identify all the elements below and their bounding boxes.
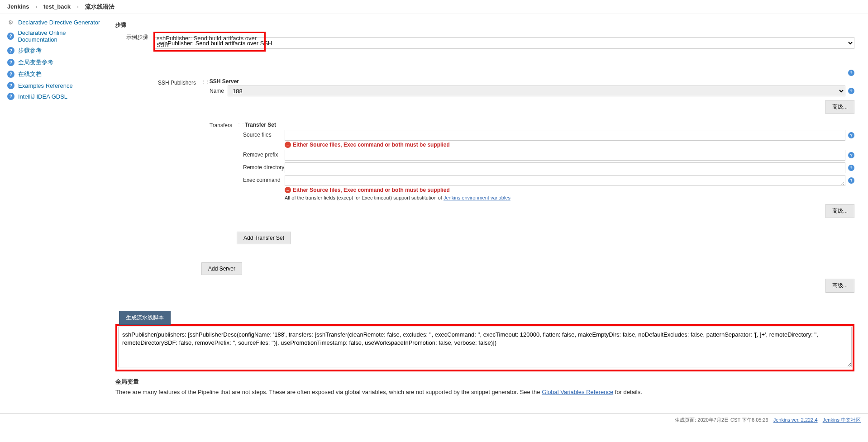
step-select-value-highlight: sshPublisher: Send build artifacts over …: [157, 35, 262, 48]
sidebar-item-label: IntelliJ IDEA GDSL: [18, 93, 67, 100]
sidebar-item-label: 步骤参考: [18, 47, 42, 55]
sidebar-item-label: Declarative Online Documentation: [18, 29, 104, 43]
ssh-name-select[interactable]: 188: [228, 86, 845, 96]
transfer-set-title: Transfer Set: [245, 122, 276, 128]
sidebar: ⚙ Declarative Directive Generator ? Decl…: [0, 14, 111, 413]
help-icon[interactable]: ?: [848, 88, 854, 94]
remove-prefix-input[interactable]: [285, 150, 845, 161]
help-icon: ?: [7, 82, 14, 89]
sidebar-item-examples[interactable]: ? Examples Reference: [0, 80, 111, 91]
help-icon[interactable]: ?: [848, 70, 854, 76]
gear-icon: ⚙: [7, 19, 14, 26]
help-icon: ?: [7, 47, 14, 54]
help-icon: ?: [7, 93, 14, 100]
sidebar-item-label: Declarative Directive Generator: [18, 19, 100, 26]
help-icon: ?: [7, 59, 14, 66]
remote-dir-label: Remote directory: [243, 162, 285, 171]
help-icon[interactable]: ?: [848, 132, 854, 138]
jenkins-community-link[interactable]: Jenkins 中文社区: [823, 417, 861, 423]
chevron-right-icon: ›: [77, 3, 79, 10]
source-files-label: Source files: [243, 130, 285, 138]
error-icon: −: [285, 142, 291, 148]
chevron-right-icon: ›: [35, 3, 37, 10]
generate-script-button[interactable]: 生成流水线脚本: [119, 311, 171, 325]
example-step-label: 示例步骤: [115, 32, 153, 41]
sidebar-item-label: Examples Reference: [18, 82, 73, 89]
sidebar-item-label: 在线文档: [18, 70, 42, 78]
sidebar-item-label: 全局变量参考: [18, 58, 53, 67]
breadcrumb-page[interactable]: 流水线语法: [85, 3, 114, 10]
generated-script-textarea[interactable]: [118, 327, 852, 367]
error-text: Either Source files, Exec command or bot…: [293, 187, 450, 193]
source-files-input[interactable]: [285, 130, 845, 141]
drag-handle-icon[interactable]: ⋮⋮: [201, 79, 207, 84]
note-text: All of the transfer fields (except for E…: [285, 195, 444, 200]
sidebar-item-stepsref[interactable]: ? 步骤参考: [0, 45, 111, 57]
footer-timestamp: 生成页面: 2020年7月2日 CST 下午6:05:26: [675, 417, 768, 423]
breadcrumb: Jenkins › test_back › 流水线语法: [0, 0, 868, 14]
ssh-server-title: SSH Server: [210, 77, 239, 86]
remove-prefix-label: Remove prefix: [243, 150, 285, 158]
jenkins-version-link[interactable]: Jenkins ver. 2.222.4: [773, 417, 818, 423]
sidebar-item-ddg[interactable]: ⚙ Declarative Directive Generator: [0, 17, 111, 28]
breadcrumb-jenkins[interactable]: Jenkins: [7, 3, 29, 10]
error-icon: −: [285, 187, 291, 193]
help-icon: ?: [7, 71, 14, 78]
error-text: Either Source files, Exec command or bot…: [293, 142, 450, 148]
sidebar-item-gdsl[interactable]: ? IntelliJ IDEA GDSL: [0, 91, 111, 102]
advanced-button[interactable]: 高级...: [825, 204, 854, 218]
drag-handle-icon[interactable]: ⋮⋮: [237, 123, 242, 128]
ssh-publishers-label: SSH Publishers: [143, 78, 201, 86]
add-server-button[interactable]: Add Server: [201, 262, 242, 275]
global-vars-reference-link[interactable]: Global Variables Reference: [542, 389, 613, 395]
sidebar-item-globals[interactable]: ? 全局变量参考: [0, 57, 111, 68]
env-vars-link[interactable]: Jenkins environment variables: [444, 195, 510, 200]
remote-directory-input[interactable]: [285, 162, 845, 173]
help-icon: ?: [7, 33, 14, 40]
exec-command-label: Exec command: [243, 175, 285, 183]
exec-command-input[interactable]: [285, 175, 845, 186]
transfers-label: Transfers: [208, 121, 237, 244]
add-transfer-set-button[interactable]: Add Transfer Set: [237, 232, 291, 244]
help-icon[interactable]: ?: [848, 165, 854, 171]
help-icon[interactable]: ?: [848, 177, 854, 184]
name-label: Name: [208, 88, 228, 94]
sidebar-item-dod[interactable]: ? Declarative Online Documentation: [0, 28, 111, 45]
globals-text: There are many features of the Pipeline …: [115, 389, 542, 395]
advanced-button[interactable]: 高级...: [825, 279, 854, 293]
footer: 生成页面: 2020年7月2日 CST 下午6:05:26 Jenkins ve…: [0, 413, 868, 426]
globals-text-suffix: for details.: [615, 389, 642, 395]
main-content: 步骤 示例步骤 sshPublisher: Send build artifac…: [111, 14, 868, 413]
section-steps: 步骤: [115, 21, 854, 29]
help-icon[interactable]: ?: [848, 152, 854, 158]
globals-header: 全局变量: [115, 378, 854, 386]
sidebar-item-docs[interactable]: ? 在线文档: [0, 68, 111, 80]
advanced-button[interactable]: 高级...: [825, 100, 854, 114]
breadcrumb-project[interactable]: test_back: [43, 3, 71, 10]
